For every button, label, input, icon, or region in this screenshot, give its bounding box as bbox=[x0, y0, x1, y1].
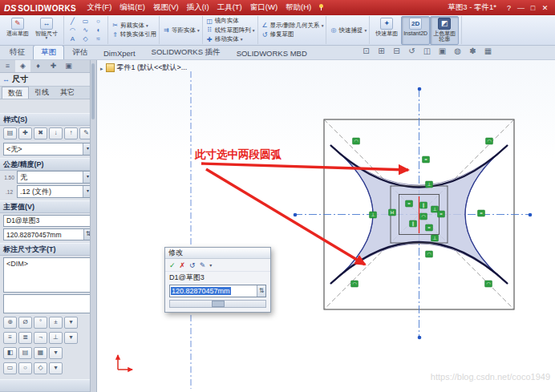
symbol-button[interactable]: ≡ bbox=[3, 332, 17, 344]
tolerance-dropdown[interactable]: 无 bbox=[17, 171, 93, 184]
relation-badge[interactable]: ⊥ bbox=[370, 212, 377, 218]
tab-5[interactable]: SOLIDWORKS MBD bbox=[229, 46, 315, 59]
view-tool-icon-8[interactable]: ▦ bbox=[480, 46, 496, 55]
style-button-0[interactable]: ▤ bbox=[3, 127, 17, 139]
ribbon-command[interactable]: ✚移动实体▾ bbox=[205, 34, 255, 44]
tree-node-label[interactable]: 零件1 (默认<<默认>... bbox=[117, 63, 188, 73]
entity-tool-icon-2[interactable]: ○ bbox=[92, 17, 104, 26]
slider-thumb[interactable] bbox=[212, 301, 225, 307]
precision-dropdown[interactable]: .12 (文件) bbox=[17, 185, 93, 198]
view-tool-icon-7[interactable]: ✽ bbox=[465, 46, 480, 55]
menu-item-4[interactable]: 工具(T) bbox=[213, 1, 246, 14]
section-primary-value[interactable]: 主要值(V) bbox=[0, 200, 96, 213]
sketch-point[interactable] bbox=[294, 213, 298, 217]
symbol-button[interactable]: ▾ bbox=[64, 317, 78, 329]
symbol-button[interactable]: ¬ bbox=[34, 332, 47, 344]
feature-tree-root[interactable]: 零件1 (默认<<默认>... bbox=[100, 63, 187, 73]
entity-tool-icon-0[interactable]: ╱ bbox=[67, 17, 79, 26]
symbol-button[interactable]: ◧ bbox=[3, 347, 17, 359]
dimension-text-area-2[interactable] bbox=[3, 294, 93, 313]
pm-subtab-1[interactable]: 引线 bbox=[29, 87, 55, 99]
menu-item-3[interactable]: 插入(I) bbox=[183, 1, 213, 14]
shaded-contours-button[interactable]: ◩上色草图轮廓 bbox=[430, 16, 459, 45]
ribbon-command[interactable]: ◎快速捕捉▾ bbox=[329, 26, 367, 35]
graphics-area[interactable]: 零件1 (默认<<默认>... bbox=[97, 60, 555, 392]
symbol-button[interactable]: ○ bbox=[18, 362, 32, 374]
entity-tool-icon-4[interactable]: ∿ bbox=[79, 26, 91, 34]
relation-badge[interactable]: ∥ bbox=[410, 220, 417, 227]
relation-badge[interactable]: H bbox=[389, 209, 396, 216]
entity-tool-icon-5[interactable]: ◖ bbox=[92, 26, 104, 34]
panel-scrollbar[interactable] bbox=[90, 60, 96, 392]
spin-button[interactable]: ▾ bbox=[209, 262, 212, 268]
close-button[interactable]: ✕ bbox=[539, 4, 551, 12]
ribbon-command[interactable]: ⇉等距实体▾ bbox=[162, 26, 200, 35]
relation-badge[interactable]: = bbox=[406, 200, 413, 207]
pin-icon[interactable] bbox=[318, 4, 325, 11]
manager-tab-1[interactable]: ◈ bbox=[15, 60, 30, 72]
sketch-point[interactable] bbox=[529, 213, 533, 217]
instant2d-button[interactable]: 2DInstant2D bbox=[401, 16, 430, 45]
edit-button[interactable]: ✎ bbox=[200, 261, 206, 269]
entity-tool-icon-6[interactable]: A bbox=[67, 34, 79, 43]
relation-badge[interactable]: ⊥ bbox=[431, 206, 439, 212]
ribbon-command[interactable]: ↺修复草图 bbox=[261, 30, 324, 40]
entity-tool-icon-3[interactable]: ◠ bbox=[67, 26, 79, 34]
symbol-button[interactable]: ▾ bbox=[49, 347, 63, 359]
manager-tab-0[interactable]: ≡ bbox=[0, 60, 15, 72]
section-tolerance[interactable]: 公差/精度(P) bbox=[0, 158, 96, 171]
ribbon-command[interactable]: ◫镜向实体 bbox=[205, 16, 255, 26]
symbol-button[interactable]: ▭ bbox=[3, 362, 17, 374]
menu-item-0[interactable]: 文件(F) bbox=[83, 1, 115, 14]
symbol-button[interactable]: ▦ bbox=[34, 347, 47, 359]
relation-badge[interactable]: ◠ bbox=[486, 138, 493, 144]
dimension-text-area[interactable]: <DIM> bbox=[3, 257, 93, 293]
menu-item-2[interactable]: 视图(V) bbox=[149, 1, 183, 14]
exit-sketch-button[interactable]: ✎退出草图 bbox=[3, 16, 32, 45]
ribbon-command[interactable]: ✂剪裁实体▾ bbox=[111, 21, 156, 30]
tab-1[interactable]: 草图 bbox=[33, 45, 64, 59]
modify-value-input[interactable]: 120.82870457mm bbox=[169, 285, 266, 297]
dimension-name-field[interactable]: D1@草图3 bbox=[3, 215, 93, 227]
entity-tool-icon-8[interactable]: ≈ bbox=[92, 34, 104, 43]
tab-4[interactable]: SOLIDWORKS 插件 bbox=[144, 45, 229, 59]
manager-tab-2[interactable]: ♦ bbox=[30, 60, 46, 72]
minimize-button[interactable]: — bbox=[515, 4, 527, 12]
style-button-2[interactable]: ✖ bbox=[34, 127, 47, 139]
view-tool-icon-0[interactable]: ⊡ bbox=[359, 46, 374, 55]
expand-icon[interactable] bbox=[100, 64, 103, 72]
tab-3[interactable]: DimXpert bbox=[95, 46, 144, 59]
pm-subtab-0[interactable]: 数值 bbox=[2, 87, 29, 99]
relation-badge[interactable]: ◠ bbox=[351, 281, 359, 287]
entity-tool-icon-1[interactable]: ▭ bbox=[79, 17, 91, 26]
view-tool-icon-5[interactable]: ▣ bbox=[435, 46, 450, 55]
menu-item-5[interactable]: 窗口(W) bbox=[246, 1, 282, 14]
modify-dialog[interactable]: 修改 ✓✗↺✎▾ D1@草图3 120.82870457mm bbox=[164, 247, 271, 313]
cancel-button[interactable]: ✗ bbox=[180, 261, 186, 269]
menu-item-1[interactable]: 编辑(E) bbox=[115, 1, 149, 14]
relation-badge[interactable]: ∥ bbox=[420, 202, 427, 208]
sketch-drawing[interactable]: ◠◠=⊥H=∥⊥=◠∥=⊥◠⊥=◠◠ 此寸选中两段圆弧 bbox=[97, 60, 555, 392]
sketch-point[interactable] bbox=[418, 336, 422, 340]
manager-tab-4[interactable]: ▣ bbox=[61, 60, 76, 72]
symbol-button[interactable]: ▾ bbox=[49, 362, 63, 374]
manager-tab-3[interactable]: ✚ bbox=[46, 60, 61, 72]
view-tool-icon-1[interactable]: ⊞ bbox=[374, 46, 389, 55]
view-tool-icon-2[interactable]: ⊟ bbox=[389, 46, 404, 55]
modify-increment-slider[interactable] bbox=[169, 300, 266, 308]
symbol-button[interactable]: ▤ bbox=[18, 347, 32, 359]
relation-badge[interactable]: ◠ bbox=[485, 281, 492, 287]
menu-item-6[interactable]: 帮助(H) bbox=[282, 1, 315, 14]
pm-subtab-2[interactable]: 其它 bbox=[55, 87, 80, 99]
relation-badge[interactable]: ⊥ bbox=[431, 235, 439, 241]
relation-badge[interactable]: = bbox=[478, 210, 485, 216]
symbol-button[interactable]: ± bbox=[49, 317, 63, 329]
symbol-button[interactable]: ≣ bbox=[18, 332, 32, 344]
relation-badge[interactable]: ◠ bbox=[353, 138, 360, 144]
view-tool-icon-4[interactable]: ◫ bbox=[419, 46, 435, 55]
style-button-3[interactable]: ↓ bbox=[49, 127, 63, 139]
style-button-1[interactable]: ✚ bbox=[18, 127, 32, 139]
symbol-button[interactable]: ⊕ bbox=[3, 317, 17, 329]
relation-badge[interactable]: = bbox=[423, 156, 430, 163]
view-tool-icon-6[interactable]: ◍ bbox=[450, 46, 465, 55]
